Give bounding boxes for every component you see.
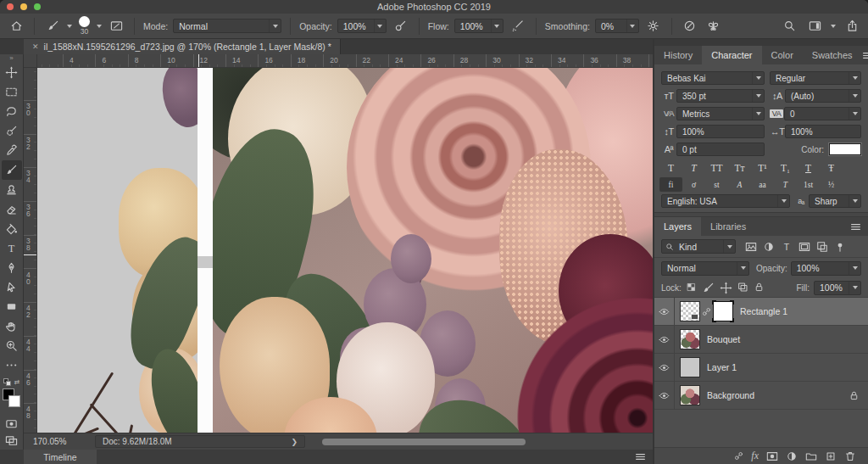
contextual-alternates-button[interactable]: ơ: [682, 177, 705, 192]
ruler-corner[interactable]: [24, 54, 37, 68]
screen-mode-button[interactable]: [2, 432, 22, 450]
lock-transparency-icon[interactable]: [686, 282, 697, 294]
baseline-shift-field[interactable]: 0 pt: [676, 143, 765, 156]
zoom-tool[interactable]: [2, 336, 22, 355]
layer-visibility-eye-icon[interactable]: [654, 382, 675, 410]
layer-thumbnail[interactable]: [680, 385, 700, 405]
type-layer-filter-icon[interactable]: T: [778, 239, 794, 254]
lock-all-icon[interactable]: [754, 282, 765, 294]
delete-layer-icon[interactable]: [844, 450, 856, 462]
search-icon[interactable]: [780, 17, 798, 36]
timeline-tab[interactable]: Timeline: [24, 450, 97, 464]
timeline-menu-icon[interactable]: [635, 451, 646, 462]
smart-object-filter-icon[interactable]: [814, 239, 830, 254]
pressure-opacity-icon[interactable]: [392, 17, 410, 36]
brush-preset-caret[interactable]: [67, 25, 72, 28]
rectangular-marquee-tool[interactable]: [2, 82, 22, 102]
eyedropper-tool[interactable]: [2, 141, 22, 160]
edit-toolbar-button[interactable]: [2, 355, 22, 375]
lock-pixels-icon[interactable]: [702, 282, 715, 294]
smoothing-select[interactable]: 0%: [595, 19, 639, 33]
vertical-scale-field[interactable]: 100%: [676, 125, 765, 138]
faux-bold-button[interactable]: T: [659, 160, 682, 175]
status-chevron-icon[interactable]: ❯: [291, 438, 298, 446]
panel-tab-character[interactable]: Character: [702, 46, 761, 64]
eraser-tool[interactable]: [2, 199, 22, 219]
filter-switch-icon[interactable]: [832, 239, 848, 254]
layer-mask-thumbnail[interactable]: [713, 301, 733, 321]
superscript-button[interactable]: T¹: [751, 160, 774, 175]
swap-colors-icon[interactable]: ⇄: [14, 378, 20, 386]
lock-artboard-icon[interactable]: [737, 282, 748, 294]
move-tool[interactable]: [2, 63, 22, 82]
new-group-icon[interactable]: [805, 450, 817, 462]
horizontal-scrollbar-thumb[interactable]: [322, 439, 526, 445]
layer-thumbnail[interactable]: [680, 329, 700, 349]
smoothing-options-gear-icon[interactable]: [644, 17, 663, 36]
clone-stamp-tool[interactable]: [2, 180, 22, 199]
layer-visibility-eye-icon[interactable]: [654, 354, 675, 382]
home-icon[interactable]: [7, 17, 25, 36]
workspace-caret[interactable]: [831, 25, 836, 28]
collapse-tools-icon[interactable]: »: [9, 54, 13, 63]
new-adjustment-layer-icon[interactable]: [786, 450, 798, 462]
background-color-swatch[interactable]: [8, 395, 20, 407]
paint-bucket-tool[interactable]: [2, 219, 22, 238]
rectangle-tool[interactable]: [2, 297, 22, 316]
brush-tool[interactable]: [2, 160, 22, 180]
faux-italic-button[interactable]: T: [682, 160, 705, 175]
layers-panel-menu-icon[interactable]: [850, 221, 861, 232]
airbrush-icon[interactable]: [509, 17, 527, 36]
share-icon[interactable]: [843, 17, 861, 36]
quick-selection-tool[interactable]: [2, 121, 22, 141]
adjustment-layer-filter-icon[interactable]: [760, 239, 776, 254]
subscript-button[interactable]: T₁: [774, 160, 797, 175]
titling-alternates-button[interactable]: T: [774, 177, 797, 192]
brush-size-caret[interactable]: [97, 25, 102, 28]
layer-opacity-select[interactable]: 100%: [791, 261, 861, 276]
layer-thumbnail[interactable]: [680, 357, 700, 377]
standard-ligatures-button[interactable]: fi: [659, 177, 682, 192]
anti-alias-select[interactable]: Sharp: [809, 194, 861, 208]
layer-visibility-eye-icon[interactable]: [654, 326, 675, 354]
brush-settings-panel-icon[interactable]: [107, 17, 125, 36]
flow-select[interactable]: 100%: [454, 19, 504, 33]
layer-row[interactable]: Layer 1: [654, 354, 868, 382]
panel-tab-swatches[interactable]: Swatches: [803, 46, 862, 64]
discretionary-ligatures-button[interactable]: st: [705, 177, 728, 192]
lock-position-icon[interactable]: [720, 282, 732, 294]
opacity-select[interactable]: 100%: [337, 19, 387, 33]
layer-row[interactable]: Rectangle 1: [654, 298, 868, 326]
layer-visibility-eye-icon[interactable]: [654, 298, 675, 326]
default-colors-icon[interactable]: [3, 378, 11, 386]
layer-style-icon[interactable]: fx: [751, 450, 759, 462]
pen-tool[interactable]: [2, 258, 22, 277]
panel-tab-layers[interactable]: Layers: [654, 217, 701, 236]
character-panel-menu-icon[interactable]: [862, 50, 868, 61]
color-wells[interactable]: [2, 389, 22, 411]
hand-tool[interactable]: [2, 316, 22, 336]
workspace-icon[interactable]: [805, 17, 824, 36]
layer-filter-select[interactable]: Kind: [661, 239, 736, 254]
brush-angle-icon[interactable]: [681, 17, 699, 36]
document-tab[interactable]: ✕ il_1588xN.1595261296_d723.jpg @ 170% (…: [24, 39, 341, 54]
ordinals-button[interactable]: 1st: [797, 177, 820, 192]
horizontal-ruler[interactable]: 468101214161820222426283032343638: [37, 54, 653, 68]
brush-size-picker[interactable]: 30: [79, 16, 90, 36]
text-color-swatch[interactable]: [829, 143, 861, 155]
link-layers-icon[interactable]: [734, 451, 743, 461]
horizontal-scale-field[interactable]: 100%: [785, 125, 861, 138]
layer-row[interactable]: Background: [654, 382, 868, 410]
quick-mask-button[interactable]: [2, 415, 22, 433]
swash-button[interactable]: A: [728, 177, 751, 192]
panel-tab-history[interactable]: History: [654, 46, 702, 64]
all-caps-button[interactable]: TT: [705, 160, 728, 175]
language-select[interactable]: English: USA: [661, 194, 790, 208]
vertical-ruler[interactable]: 3 03 23 43 63 84 04 24 44 64 85 0: [24, 68, 37, 433]
kerning-select[interactable]: Metrics: [676, 107, 765, 120]
add-layer-mask-icon[interactable]: [766, 450, 778, 462]
layer-thumbnail[interactable]: [680, 301, 700, 321]
zoom-level-field[interactable]: 170.05%: [29, 436, 81, 448]
document-info-field[interactable]: Doc: 9.62M/18.0M ❯: [95, 435, 305, 448]
underline-button[interactable]: T: [797, 160, 820, 175]
